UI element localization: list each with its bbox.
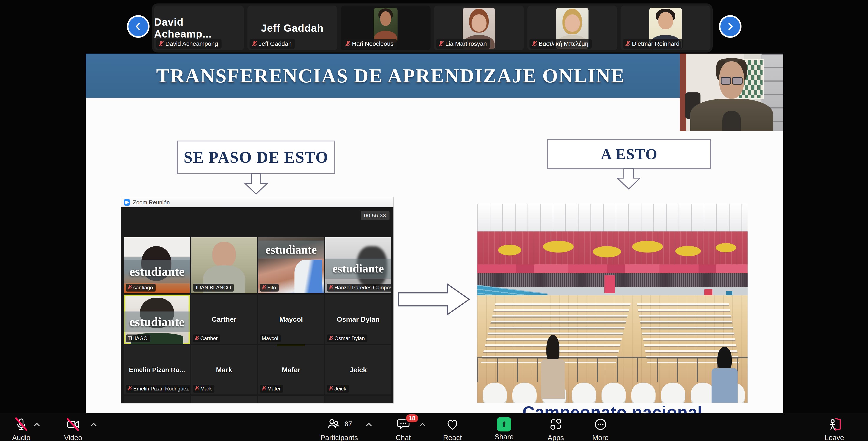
embedded-zoom-screenshot: Zoom Reunión 00:56:33 estudiante santiag… bbox=[121, 197, 394, 404]
muted-mic-icon bbox=[329, 336, 333, 341]
mic-muted-icon bbox=[14, 417, 28, 432]
filmstrip-next-button[interactable] bbox=[719, 15, 742, 38]
muted-mic-icon bbox=[158, 40, 163, 47]
react-button[interactable]: React bbox=[443, 417, 462, 441]
spectator bbox=[539, 335, 566, 399]
more-ellipsis-icon bbox=[593, 417, 608, 432]
participant-label: Carther bbox=[193, 335, 220, 342]
face-shape bbox=[212, 242, 236, 268]
spectator bbox=[710, 347, 740, 403]
participants-menu-caret[interactable] bbox=[366, 422, 372, 428]
estudiante-overlay: estudiante bbox=[124, 260, 190, 283]
filmstrip-tile-hari[interactable]: Hari Neocleous bbox=[341, 6, 431, 50]
chat-unread-badge: 18 bbox=[405, 414, 419, 423]
meeting-toolbar: Audio Video Participants 87 bbox=[0, 413, 868, 441]
participant-label: santiago bbox=[126, 284, 156, 291]
muted-mic-icon bbox=[329, 386, 333, 391]
participant-label: Mark bbox=[193, 385, 214, 392]
avatar bbox=[374, 8, 398, 42]
chevron-right-icon bbox=[725, 22, 735, 31]
participant-label: Lia Martirosyan bbox=[436, 39, 490, 49]
video-button[interactable]: Video bbox=[64, 417, 82, 441]
muted-mic-icon bbox=[128, 285, 131, 290]
participant-label: Osmar Dylan bbox=[327, 335, 367, 342]
shared-screen-slide: TRANSFERENCIAS DE APRENDIZAJE ONLINE SE … bbox=[86, 54, 783, 413]
participant-tile: Mafer Mafer bbox=[258, 345, 324, 395]
muted-mic-icon bbox=[532, 40, 536, 47]
participant-tile: Jeick Jeick bbox=[325, 345, 391, 395]
participant-tile: Emelin Pizan Ro... Emelin Pizan Rodrigue… bbox=[124, 345, 190, 395]
photo-caption: Campeonato nacional bbox=[477, 402, 748, 413]
white-chair bbox=[512, 383, 537, 403]
leave-meeting-icon bbox=[827, 417, 841, 432]
filmstrip-prev-button[interactable] bbox=[127, 15, 150, 38]
presenter-video[interactable] bbox=[680, 54, 783, 131]
callout-a-esto: A ESTO bbox=[547, 139, 711, 169]
leave-button[interactable]: Leave bbox=[825, 417, 844, 441]
muted-mic-icon bbox=[329, 285, 333, 290]
muted-mic-icon bbox=[195, 336, 198, 341]
participant-label: Βασιλική Μπελέμη bbox=[529, 39, 592, 49]
participants-button[interactable]: Participants bbox=[320, 417, 358, 441]
participant-tile bbox=[124, 396, 190, 403]
student-video-tile: estudiante Fito bbox=[258, 237, 324, 293]
slide-title-banner: TRANSFERENCIAS DE APRENDIZAJE ONLINE bbox=[86, 54, 783, 98]
right-arrow-icon bbox=[397, 282, 471, 317]
student-video-tile-active: estudiante THIAGO bbox=[124, 294, 190, 344]
banner-flag bbox=[604, 275, 615, 293]
video-menu-caret[interactable] bbox=[91, 422, 97, 428]
participant-label: Jeff Gaddah bbox=[250, 39, 295, 49]
participant-tile: Maycol Maycol bbox=[258, 294, 324, 344]
white-chair bbox=[572, 383, 596, 403]
white-chair bbox=[661, 383, 685, 403]
estudiante-overlay: estudiante bbox=[258, 241, 324, 259]
apps-button[interactable]: Apps bbox=[548, 417, 564, 441]
more-button[interactable]: More bbox=[592, 417, 609, 441]
student-video-tile: estudiante Hanzel Paredes Campos bbox=[325, 237, 391, 293]
down-arrow-icon bbox=[243, 173, 269, 195]
participant-label: JUAN BLANCO bbox=[193, 284, 234, 291]
chat-menu-caret[interactable] bbox=[420, 422, 426, 428]
callout-se-paso-de-esto: SE PASO DE ESTO bbox=[177, 140, 335, 174]
share-button[interactable]: Share bbox=[495, 417, 514, 441]
white-chair bbox=[601, 383, 626, 403]
zoom-app-window: David Acheamp... David Acheampong Jeff G… bbox=[0, 0, 868, 441]
participant-tile: Mark Mark bbox=[191, 345, 257, 395]
muted-mic-icon bbox=[262, 386, 266, 391]
window-title: Zoom Reunión bbox=[133, 199, 170, 206]
audio-menu-caret[interactable] bbox=[34, 422, 40, 428]
filmstrip-tile-jeff[interactable]: Jeff Gaddah Jeff Gaddah bbox=[247, 6, 337, 50]
participants-icon bbox=[326, 417, 340, 432]
hoodie-shape bbox=[294, 260, 322, 293]
participant-tile: Osmar Dylan Osmar Dylan bbox=[325, 294, 391, 344]
participants-count: 87 bbox=[345, 420, 352, 428]
participant-label: Hanzel Paredes Campos bbox=[327, 284, 391, 291]
heart-icon bbox=[445, 417, 460, 432]
filmstrip-tile-lia[interactable]: Lia Martirosyan bbox=[434, 6, 524, 50]
presenter-shirt bbox=[722, 111, 741, 131]
participant-label: Maycol bbox=[260, 335, 281, 342]
filmstrip-tile-vasiliki[interactable]: Βασιλική Μπελέμη bbox=[527, 6, 617, 50]
zoom-app-icon bbox=[124, 199, 130, 206]
muted-mic-icon bbox=[625, 40, 630, 47]
slide-title: TRANSFERENCIAS DE APRENDIZAJE ONLINE bbox=[86, 54, 695, 98]
share-screen-icon bbox=[497, 417, 511, 432]
arena-seating bbox=[477, 231, 748, 265]
audio-button[interactable]: Audio bbox=[12, 417, 30, 441]
muted-mic-icon bbox=[128, 386, 131, 391]
filmstrip-tile-dietmar[interactable]: Dietmar Reinhard bbox=[621, 6, 710, 50]
white-chair bbox=[631, 383, 656, 403]
window-titlebar: Zoom Reunión bbox=[121, 197, 394, 208]
participant-tile bbox=[325, 396, 391, 403]
muted-mic-icon bbox=[252, 40, 256, 47]
estudiante-overlay: estudiante bbox=[124, 312, 190, 332]
participant-label: Hari Neocleous bbox=[343, 39, 397, 49]
filmstrip-tile-david[interactable]: David Acheamp... David Acheampong bbox=[154, 6, 244, 50]
participant-label: Emelin Pizan Rodriguez bbox=[126, 385, 190, 392]
estudiante-overlay: estudiante bbox=[325, 259, 391, 279]
muted-mic-icon bbox=[262, 285, 266, 290]
participant-label: Jeick bbox=[327, 385, 349, 392]
down-arrow-icon bbox=[616, 168, 642, 190]
tournament-hall-photo bbox=[477, 204, 748, 403]
student-video-tile: estudiante santiago bbox=[124, 237, 190, 293]
